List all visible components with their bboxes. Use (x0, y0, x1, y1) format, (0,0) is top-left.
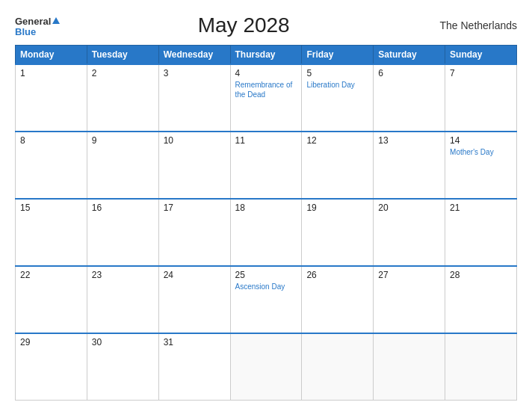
table-row: 8 (16, 132, 87, 199)
table-row: 24 (158, 266, 230, 333)
table-row: 9 (87, 132, 158, 199)
col-wednesday: Wednesday (158, 46, 230, 65)
calendar-event: Mother's Day (450, 147, 512, 157)
day-number: 8 (20, 135, 82, 146)
calendar-header-row: Monday Tuesday Wednesday Thursday Friday… (16, 46, 517, 65)
day-number: 16 (92, 203, 154, 213)
logo: General Blue (15, 15, 60, 37)
calendar-title: May 2028 (60, 13, 427, 37)
day-number: 17 (164, 203, 226, 213)
calendar-week-row: 891011121314Mother's Day (16, 132, 517, 199)
table-row: 12 (302, 132, 374, 199)
table-row: 10 (158, 132, 230, 199)
logo-general: General (15, 16, 60, 27)
day-number: 28 (450, 270, 512, 280)
calendar-week-row: 22232425Ascension Day262728 (16, 266, 517, 333)
calendar-table: Monday Tuesday Wednesday Thursday Friday… (15, 45, 517, 401)
day-number: 22 (20, 270, 82, 280)
col-saturday: Saturday (374, 46, 445, 65)
table-row (230, 333, 302, 401)
col-thursday: Thursday (230, 46, 302, 65)
day-number: 21 (450, 203, 512, 213)
day-number: 25 (235, 270, 297, 280)
table-row: 11 (230, 132, 302, 199)
table-row: 26 (302, 266, 374, 333)
table-row: 29 (16, 333, 87, 401)
col-monday: Monday (16, 46, 87, 65)
table-row: 27 (374, 266, 445, 333)
table-row: 5Liberation Day (302, 64, 374, 132)
day-number: 3 (164, 68, 226, 78)
table-row: 19 (302, 199, 374, 266)
table-row: 4Remembrance of the Dead (230, 64, 302, 132)
logo-text: General (15, 15, 60, 27)
table-row: 15 (16, 199, 87, 266)
country-label: The Netherlands (427, 19, 517, 31)
table-row: 16 (87, 199, 158, 266)
day-number: 11 (235, 135, 297, 146)
calendar-event: Ascension Day (235, 282, 297, 291)
logo-blue: Blue (15, 27, 60, 37)
table-row: 20 (374, 199, 445, 266)
table-row: 28 (445, 266, 517, 333)
table-row: 18 (230, 199, 302, 266)
table-row: 23 (87, 266, 158, 333)
day-number: 23 (92, 270, 154, 280)
table-row: 7 (445, 64, 517, 132)
day-number: 12 (306, 135, 368, 146)
table-row: 21 (445, 199, 517, 266)
day-number: 19 (306, 203, 368, 213)
table-row (302, 333, 374, 401)
day-number: 18 (235, 203, 297, 213)
calendar-week-row: 15161718192021 (16, 199, 517, 266)
table-row: 25Ascension Day (230, 266, 302, 333)
table-row: 14Mother's Day (445, 132, 517, 199)
table-row: 17 (158, 199, 230, 266)
calendar-week-row: 1234Remembrance of the Dead5Liberation D… (16, 64, 517, 132)
table-row: 2 (87, 64, 158, 132)
day-number: 24 (164, 270, 226, 280)
calendar-event: Liberation Day (306, 80, 368, 90)
day-number: 26 (306, 270, 368, 280)
calendar-event: Remembrance of the Dead (235, 80, 297, 99)
day-number: 4 (235, 68, 297, 78)
day-number: 7 (450, 68, 512, 78)
day-number: 9 (92, 135, 154, 146)
day-number: 14 (450, 135, 512, 146)
day-number: 1 (20, 68, 82, 78)
table-row: 30 (87, 333, 158, 401)
col-tuesday: Tuesday (87, 46, 158, 65)
table-row (374, 333, 445, 401)
col-sunday: Sunday (445, 46, 517, 65)
day-number: 29 (20, 337, 82, 347)
logo-triangle-icon (52, 17, 60, 24)
day-number: 30 (92, 337, 154, 347)
table-row: 3 (158, 64, 230, 132)
day-number: 13 (378, 135, 440, 146)
day-number: 31 (164, 337, 226, 347)
day-number: 5 (306, 68, 368, 78)
table-row: 13 (374, 132, 445, 199)
col-friday: Friday (302, 46, 374, 65)
table-row: 22 (16, 266, 87, 333)
day-number: 15 (20, 203, 82, 213)
table-row: 31 (158, 333, 230, 401)
day-number: 20 (378, 203, 440, 213)
header: General Blue May 2028 The Netherlands (15, 13, 517, 37)
day-number: 6 (378, 68, 440, 78)
table-row: 6 (374, 64, 445, 132)
day-number: 2 (92, 68, 154, 78)
day-number: 27 (378, 270, 440, 280)
calendar-week-row: 293031 (16, 333, 517, 401)
day-number: 10 (164, 135, 226, 146)
table-row (445, 333, 517, 401)
page: General Blue May 2028 The Netherlands Mo… (0, 0, 532, 411)
table-row: 1 (16, 64, 87, 132)
